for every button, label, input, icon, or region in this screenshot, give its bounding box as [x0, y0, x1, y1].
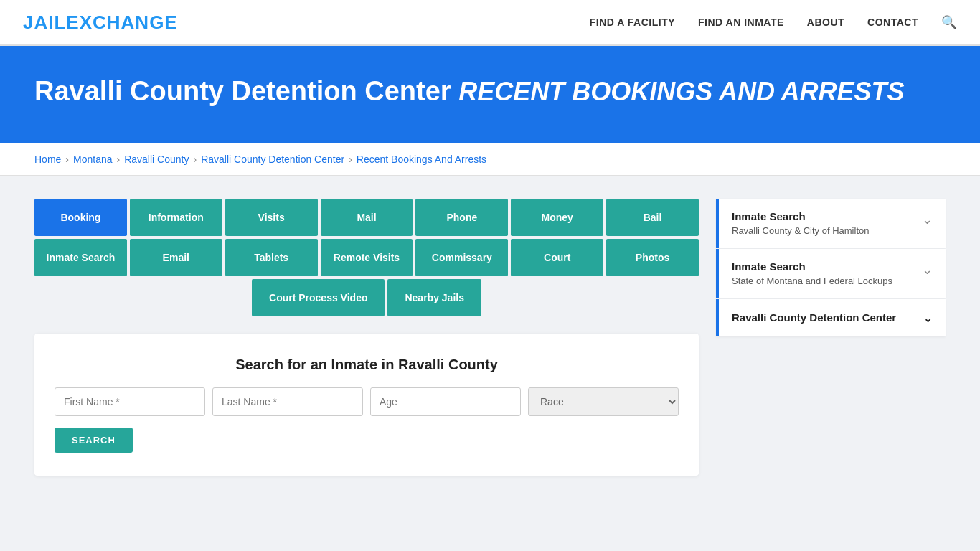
search-form: Race — [55, 387, 679, 416]
sidebar-item-heading-2: Inmate Search — [732, 260, 892, 273]
commissary-btn[interactable]: Commissary — [415, 239, 508, 276]
main-area: Booking Information Visits Mail Phone Mo… — [0, 176, 980, 499]
mail-btn[interactable]: Mail — [321, 199, 413, 236]
logo-exchange: EXCHANGE — [66, 11, 177, 33]
court-btn[interactable]: Court — [511, 239, 603, 276]
hero-title-main: Ravalli County Detention Center — [34, 76, 451, 106]
age-input[interactable] — [370, 387, 521, 416]
left-column: Booking Information Visits Mail Phone Mo… — [34, 199, 699, 476]
booking-btn[interactable]: Booking — [34, 199, 127, 236]
find-inmate-link[interactable]: FIND AN INMATE — [698, 17, 784, 28]
button-row-1: Booking Information Visits Mail Phone Mo… — [34, 199, 699, 236]
tablets-btn[interactable]: Tablets — [225, 239, 318, 276]
sep2: › — [117, 154, 121, 165]
sidebar-detention-center[interactable]: Ravalli County Detention Center ⌄ — [716, 299, 946, 336]
chevron-down-icon-3: ⌄ — [923, 312, 933, 325]
bail-btn[interactable]: Bail — [606, 199, 699, 236]
search-card: Search for an Inmate in Ravalli County R… — [34, 334, 699, 476]
search-button[interactable]: SEARCH — [55, 428, 133, 453]
chevron-down-icon-1: ⌄ — [922, 212, 933, 227]
button-row-3: Court Process Video Nearby Jails — [34, 279, 699, 316]
court-process-video-btn[interactable]: Court Process Video — [252, 279, 385, 316]
remote-visits-btn[interactable]: Remote Visits — [321, 239, 413, 276]
logo-jail: JAIL — [23, 11, 66, 33]
visits-btn[interactable]: Visits — [225, 199, 318, 236]
nearby-jails-btn[interactable]: Nearby Jails — [387, 279, 481, 316]
button-row-2: Inmate Search Email Tablets Remote Visit… — [34, 239, 699, 276]
find-facility-link[interactable]: FIND A FACILITY — [590, 17, 675, 28]
information-btn[interactable]: Information — [130, 199, 222, 236]
about-link[interactable]: ABOUT — [807, 17, 844, 28]
last-name-input[interactable] — [212, 387, 363, 416]
breadcrumb: Home › Montana › Ravalli County › Ravall… — [0, 143, 980, 176]
right-sidebar: Inmate Search Ravalli County & City of H… — [716, 199, 946, 338]
ravalli-county-crumb[interactable]: Ravalli County — [124, 154, 189, 165]
photos-btn[interactable]: Photos — [606, 239, 699, 276]
sidebar-item-subtext-2: State of Montana and Federal Lockups — [732, 276, 892, 286]
sidebar-inmate-search-montana[interactable]: Inmate Search State of Montana and Feder… — [716, 249, 946, 298]
sidebar-item-heading-1: Inmate Search — [732, 210, 869, 222]
race-select[interactable]: Race — [528, 387, 679, 416]
sidebar-inmate-search-ravalli[interactable]: Inmate Search Ravalli County & City of H… — [716, 199, 946, 248]
hero-section: Ravalli County Detention Center RECENT B… — [0, 46, 980, 143]
search-title: Search for an Inmate in Ravalli County — [55, 357, 679, 373]
sep1: › — [65, 154, 69, 165]
home-crumb[interactable]: Home — [34, 154, 61, 165]
sep4: › — [349, 154, 352, 165]
montana-crumb[interactable]: Montana — [73, 154, 112, 165]
sidebar-item-subtext-1: Ravalli County & City of Hamilton — [732, 225, 869, 236]
first-name-input[interactable] — [55, 387, 205, 416]
navbar: JAILEXCHANGE FIND A FACILITY FIND AN INM… — [0, 0, 980, 46]
phone-btn[interactable]: Phone — [415, 199, 508, 236]
hero-title-italic: RECENT BOOKINGS AND ARRESTS — [458, 77, 904, 106]
nav-links: FIND A FACILITY FIND AN INMATE ABOUT CON… — [590, 14, 957, 30]
inmate-search-btn[interactable]: Inmate Search — [34, 239, 127, 276]
email-btn[interactable]: Email — [130, 239, 222, 276]
money-btn[interactable]: Money — [511, 199, 603, 236]
recent-bookings-crumb: Recent Bookings And Arrests — [357, 154, 486, 165]
sidebar-item-text-1: Inmate Search Ravalli County & City of H… — [732, 210, 869, 236]
sidebar-item-label-3: Ravalli County Detention Center — [732, 311, 896, 324]
sidebar-item-text-2: Inmate Search State of Montana and Feder… — [732, 260, 892, 286]
chevron-down-icon-2: ⌄ — [922, 262, 933, 278]
contact-link[interactable]: CONTACT — [867, 17, 918, 28]
detention-center-crumb[interactable]: Ravalli County Detention Center — [201, 154, 344, 165]
site-logo[interactable]: JAILEXCHANGE — [23, 11, 178, 34]
search-icon[interactable]: 🔍 — [941, 14, 957, 30]
sep3: › — [193, 154, 197, 165]
